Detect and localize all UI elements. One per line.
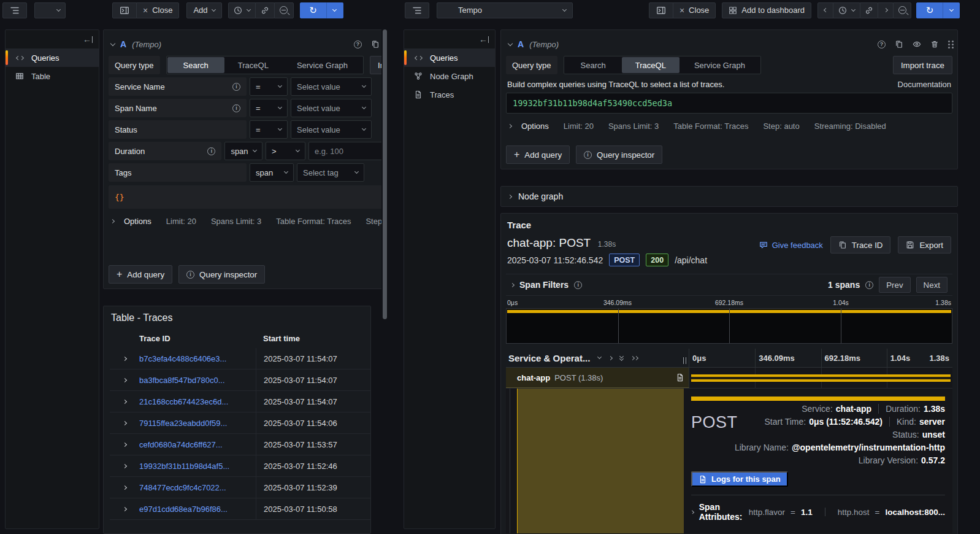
import-trace-button[interactable]: Import trace xyxy=(893,56,952,74)
zoom-out-button-left[interactable] xyxy=(274,2,294,18)
hide-query-icon[interactable] xyxy=(913,40,921,48)
expand-row-icon[interactable] xyxy=(122,463,126,468)
sidebar-item-queries[interactable]: Queries xyxy=(404,48,495,67)
datasource-picker-right[interactable]: Tempo xyxy=(437,2,573,18)
zoom-out-button-right[interactable] xyxy=(893,2,911,18)
time-shift-back-button[interactable] xyxy=(817,2,833,18)
service-operation-header[interactable]: Service & Operat... xyxy=(508,353,590,363)
expand-all-icon[interactable] xyxy=(620,356,623,360)
service-operator-select[interactable]: = xyxy=(250,77,288,96)
import-trace-button[interactable]: Import trace xyxy=(370,56,381,74)
expand-row-icon[interactable] xyxy=(122,356,126,360)
time-picker-left[interactable] xyxy=(228,2,256,18)
expand-row-icon[interactable] xyxy=(122,506,126,511)
split-pane-button[interactable] xyxy=(112,2,137,18)
duration-scope-select[interactable]: span xyxy=(224,142,262,160)
trace-id-link[interactable]: ba3fbca8f547bd780c0... xyxy=(139,376,256,385)
trace-id-link[interactable]: 79115ffea23eabdd0f59... xyxy=(139,419,256,428)
copy-query-icon[interactable] xyxy=(895,40,903,48)
help-icon[interactable] xyxy=(354,41,362,48)
left-pane-scrollbar[interactable] xyxy=(383,29,387,319)
next-span-button[interactable]: Next xyxy=(916,277,947,293)
run-query-button-right[interactable] xyxy=(916,2,943,18)
tab-service-graph[interactable]: Service Graph xyxy=(282,57,362,73)
delete-query-icon[interactable] xyxy=(930,40,939,48)
time-shift-forward-button[interactable] xyxy=(878,2,894,18)
expand-row-icon[interactable] xyxy=(122,442,126,446)
tab-traceql[interactable]: TraceQL xyxy=(622,57,679,73)
drag-handle-icon[interactable] xyxy=(948,41,950,42)
options-summary-row-right[interactable]: Options Limit: 20 Spans Limit: 3 Table F… xyxy=(506,117,952,134)
collapse-sidebar-icon[interactable]: ← xyxy=(83,34,93,44)
trace-id-button[interactable]: Trace ID xyxy=(830,236,891,253)
sidebar-item-node-graph[interactable]: Node Graph xyxy=(404,67,495,85)
tab-search[interactable]: Search xyxy=(167,57,224,73)
node-graph-section[interactable]: Node graph xyxy=(500,186,958,207)
column-header-start-time[interactable]: Start time xyxy=(256,334,370,343)
add-to-dashboard-button[interactable]: Add to dashboard xyxy=(722,2,811,18)
trace-id-link[interactable]: 21c168ccb674423ec6d... xyxy=(139,397,256,406)
expand-row-icon[interactable] xyxy=(122,377,126,382)
prev-span-button[interactable]: Prev xyxy=(879,277,910,293)
copy-query-icon[interactable] xyxy=(371,40,380,48)
help-icon[interactable] xyxy=(878,41,886,48)
split-pane-button-right[interactable] xyxy=(649,2,673,18)
span-attributes-row[interactable]: Span Attributes: http.flavor = 1.1 http.… xyxy=(691,502,945,522)
query-inspector-button[interactable]: Query inspector xyxy=(576,145,662,164)
content-outline-button[interactable] xyxy=(2,2,27,18)
column-header-trace-id[interactable]: Trace ID xyxy=(139,334,256,343)
share-link-button-left[interactable] xyxy=(255,2,275,18)
tab-service-graph[interactable]: Service Graph xyxy=(679,57,760,73)
tab-traceql[interactable]: TraceQL xyxy=(224,57,282,73)
sidebar-item-table[interactable]: Table xyxy=(6,67,99,85)
run-query-button-left[interactable] xyxy=(300,2,327,18)
run-query-interval-dropdown-right[interactable] xyxy=(943,2,960,18)
status-value-select[interactable]: Select value xyxy=(291,120,372,139)
share-link-button-right[interactable] xyxy=(860,2,878,18)
export-button[interactable]: Export xyxy=(898,236,951,253)
span-duration-bar[interactable] xyxy=(691,374,951,382)
run-query-interval-dropdown-left[interactable] xyxy=(326,2,343,18)
datasource-picker-left[interactable] xyxy=(34,2,66,18)
options-summary-row-left[interactable]: Options Limit: 20 Spans Limit: 3 Table F… xyxy=(109,212,381,230)
add-query-button[interactable]: +Add query xyxy=(506,145,570,164)
expand-row-icon[interactable] xyxy=(122,399,126,403)
sidebar-item-traces[interactable]: Traces xyxy=(404,85,495,104)
add-button-left[interactable]: Add xyxy=(186,2,221,18)
give-feedback-link[interactable]: Give feedback xyxy=(759,241,823,250)
span-operator-select[interactable]: = xyxy=(250,99,288,117)
close-right-pane-button[interactable]: ×Close xyxy=(673,2,716,18)
trace-id-link[interactable]: b7c3efa4c488c6406e3... xyxy=(139,354,256,363)
trace-id-link[interactable]: cefd0680a74dc6ff627... xyxy=(139,440,256,449)
tab-search[interactable]: Search xyxy=(565,57,622,73)
service-value-select[interactable]: Select value xyxy=(291,77,372,96)
time-picker-right[interactable] xyxy=(833,2,860,18)
column-resize-handle[interactable] xyxy=(683,357,686,364)
collapse-sidebar-icon[interactable]: ← xyxy=(479,34,489,44)
query-inspector-button[interactable]: Query inspector xyxy=(178,265,265,284)
expand-row-icon[interactable] xyxy=(122,485,126,489)
content-outline-button-right[interactable] xyxy=(405,2,429,18)
duration-operator-select[interactable]: > xyxy=(266,142,305,160)
chevron-right-icon[interactable] xyxy=(608,355,613,360)
trace-id-link[interactable]: e97d1cdd68ea7b96f86... xyxy=(139,505,256,514)
expand-row-icon[interactable] xyxy=(122,420,126,425)
add-query-button[interactable]: +Add query xyxy=(109,265,172,284)
tags-scope-select[interactable]: span xyxy=(250,163,294,182)
status-operator-select[interactable]: = xyxy=(250,120,288,139)
chevron-right-icon[interactable] xyxy=(510,282,515,287)
chevron-down-icon[interactable] xyxy=(597,355,602,359)
documentation-link[interactable]: Documentation xyxy=(898,80,951,89)
selected-span-highlight[interactable] xyxy=(517,389,684,533)
collapse-all-icon[interactable] xyxy=(631,357,638,360)
span-row-chat-app[interactable]: chat-app POST (1.38s) xyxy=(506,368,952,389)
tags-select[interactable]: Select tag xyxy=(297,163,364,182)
logs-for-span-button[interactable]: Logs for this span xyxy=(691,471,788,487)
trace-id-link[interactable]: 19932bf31b11b98d4af5... xyxy=(139,462,256,471)
collapse-query-icon[interactable] xyxy=(508,41,513,45)
duration-value-input[interactable] xyxy=(308,142,381,160)
span-logs-icon[interactable] xyxy=(676,373,684,382)
sidebar-item-queries[interactable]: Queries xyxy=(6,48,99,67)
close-left-pane-button[interactable]: ×Close xyxy=(136,2,179,18)
trace-timeline-minimap[interactable] xyxy=(506,308,952,344)
